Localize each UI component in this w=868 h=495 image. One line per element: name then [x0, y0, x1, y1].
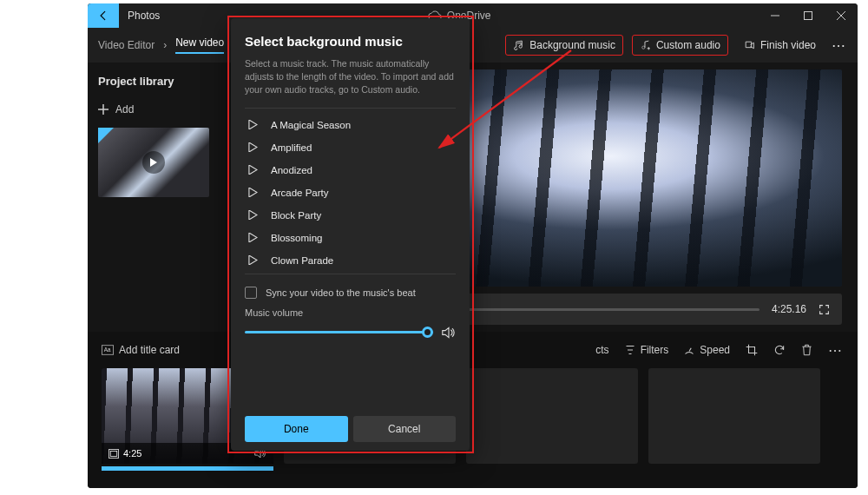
play-icon — [247, 210, 259, 220]
play-icon — [247, 142, 259, 152]
track-name: Block Party — [271, 210, 321, 221]
play-icon — [247, 165, 259, 175]
track-name: Arcade Party — [271, 188, 328, 198]
storyboard-more-button[interactable]: ⋯ — [828, 342, 844, 359]
storyboard-panel: Aa Add title card cts Filters Speed — [88, 332, 858, 488]
breadcrumb-current: New video — [175, 36, 224, 54]
custom-audio-button[interactable]: Custom audio — [632, 35, 728, 56]
svg-text:Aa: Aa — [104, 346, 111, 353]
track-name: Amplified — [271, 142, 312, 153]
filters-icon — [625, 345, 635, 355]
music-track-item[interactable]: Blossoming — [245, 227, 456, 249]
finish-video-button[interactable]: Finish video — [737, 36, 823, 55]
play-icon — [247, 188, 259, 197]
track-name: Blossoming — [271, 233, 322, 243]
music-track-item[interactable]: A Magical Season — [245, 114, 456, 136]
music-track-item[interactable]: Arcade Party — [245, 182, 456, 204]
checkbox-unchecked-icon[interactable] — [245, 287, 257, 299]
volume-label: Music volume — [245, 307, 456, 318]
music-track-item[interactable]: Anodized — [245, 159, 456, 182]
play-icon — [247, 255, 259, 265]
storyboard-toolbar: Aa Add title card cts Filters Speed — [102, 332, 844, 368]
add-title-card-button[interactable]: Aa Add title card — [102, 344, 180, 356]
back-button[interactable] — [88, 3, 119, 28]
title-card-icon: Aa — [102, 345, 114, 355]
close-button[interactable] — [825, 3, 858, 28]
volume-slider[interactable] — [245, 331, 433, 333]
custom-audio-icon — [640, 40, 651, 51]
volume-row — [245, 327, 456, 339]
storyboard-empty-slot[interactable] — [466, 368, 638, 464]
minimize-button[interactable] — [759, 3, 792, 28]
dialog-title: Select background music — [245, 34, 456, 49]
background-music-button[interactable]: Background music — [505, 35, 623, 56]
add-media-button[interactable]: Add — [98, 103, 216, 116]
app-title: Photos — [128, 10, 160, 22]
cancel-button[interactable]: Cancel — [353, 416, 457, 442]
library-clip-thumbnail[interactable] — [98, 128, 209, 197]
maximize-button[interactable] — [792, 3, 825, 28]
clip-duration: 4:25 — [123, 448, 141, 459]
svg-rect-1 — [805, 12, 812, 20]
divider — [245, 108, 456, 109]
track-name: Anodized — [271, 165, 312, 175]
total-time: 4:25.16 — [772, 303, 806, 315]
fullscreen-button[interactable] — [819, 304, 830, 315]
background-music-dialog: Select background music Select a music t… — [231, 18, 470, 451]
track-name: A Magical Season — [271, 120, 351, 130]
chevron-right-icon: › — [163, 39, 167, 51]
music-note-icon — [513, 40, 524, 51]
project-library-panel: Project library Add — [88, 63, 227, 332]
svg-point-2 — [642, 46, 645, 49]
dialog-description: Select a music track. The music automati… — [245, 57, 456, 97]
speed-icon — [684, 345, 694, 355]
volume-icon — [442, 327, 456, 339]
sync-beat-option[interactable]: Sync your video to the music's beat — [245, 287, 456, 299]
effects-partial-button[interactable]: cts — [595, 344, 608, 356]
storyboard-empty-slot[interactable] — [648, 368, 820, 464]
rotate-button[interactable] — [773, 344, 786, 356]
music-track-item[interactable]: Clown Parade — [245, 249, 456, 272]
filters-button[interactable]: Filters — [625, 344, 669, 356]
photos-app-window: Photos OneDrive Video Editor › New video — [88, 3, 858, 488]
export-icon — [744, 40, 755, 51]
breadcrumb-parent[interactable]: Video Editor — [98, 39, 155, 51]
clip-frame-icon — [108, 449, 119, 459]
svg-rect-6 — [110, 451, 117, 456]
project-library-title: Project library — [98, 75, 216, 88]
track-name: Clown Parade — [271, 255, 333, 266]
titlebar: Photos OneDrive — [88, 3, 858, 28]
main-area: Project library Add — [88, 63, 858, 332]
top-toolbar: Video Editor › New video Background musi… — [88, 28, 858, 63]
music-track-item[interactable]: Amplified — [245, 136, 456, 159]
play-icon — [247, 233, 259, 242]
plus-icon — [98, 104, 108, 115]
more-button[interactable]: ⋯ — [832, 37, 847, 54]
speed-button[interactable]: Speed — [684, 344, 730, 356]
music-track-item[interactable]: Block Party — [245, 204, 456, 227]
delete-button[interactable] — [801, 344, 812, 356]
done-button[interactable]: Done — [245, 416, 348, 442]
divider — [245, 274, 456, 274]
crop-button[interactable] — [746, 344, 758, 356]
play-icon — [247, 120, 259, 129]
play-icon — [142, 151, 165, 174]
